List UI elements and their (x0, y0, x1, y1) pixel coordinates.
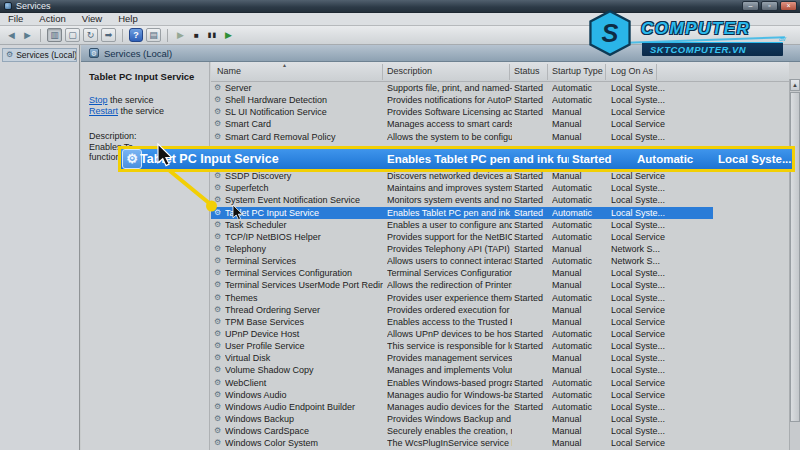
cell-description: Allows UPnP devices to be hosted ... (387, 328, 512, 340)
help-icon[interactable]: ? (129, 28, 143, 42)
table-row[interactable]: ⚙Terminal Services ConfigurationTerminal… (211, 267, 713, 279)
cell-description: Manages audio for Windows-base... (387, 389, 512, 401)
column-divider[interactable] (547, 64, 548, 80)
column-header-log-on-as[interactable]: Log On As (611, 66, 653, 76)
highlight-callout-row[interactable]: ⚙ Tablet PC Input Service Enables Tablet… (118, 146, 795, 172)
column-divider[interactable] (605, 64, 606, 80)
table-row[interactable]: ⚙WebClientEnables Windows-based programs… (211, 377, 713, 389)
cell-name: Volume Shadow Copy (225, 364, 383, 376)
service-gear-icon: ⚙ (214, 82, 221, 94)
restart-service-icon[interactable]: ▶ (222, 28, 235, 42)
cell-log-on-as: Network S... (611, 243, 711, 255)
column-header-status[interactable]: Status (514, 66, 540, 76)
cell-status: Started (514, 231, 550, 243)
cell-startup-type: Automatic (552, 377, 609, 389)
table-row[interactable]: ⚙Windows Color SystemThe WcsPlugInServic… (211, 437, 713, 449)
table-row[interactable]: ⚙TPM Base ServicesEnables access to the … (211, 316, 713, 328)
service-gear-icon: ⚙ (214, 340, 221, 352)
table-row[interactable]: ⚙Smart CardManages access to smart cards… (211, 118, 713, 130)
table-row[interactable]: ⚙Windows CardSpaceSecurely enables the c… (211, 425, 713, 437)
column-divider[interactable] (509, 64, 510, 80)
table-row[interactable]: ⚙Windows BackupProvides Windows Backup a… (211, 413, 713, 425)
table-row[interactable]: ⚙Terminal Services UserMode Port Redirec… (211, 279, 713, 291)
table-row[interactable]: ⚙Terminal ServicesAllows users to connec… (211, 255, 713, 267)
table-row[interactable]: ⚙UPnP Device HostAllows UPnP devices to … (211, 328, 713, 340)
service-gear-icon: ⚙ (214, 389, 221, 401)
menu-item-view[interactable]: View (74, 13, 110, 25)
cell-startup-type: Manual (552, 425, 609, 437)
column-header-description[interactable]: Description (387, 66, 432, 76)
cell-name: TCP/IP NetBIOS Helper (225, 231, 383, 243)
table-row[interactable]: ⚙Virtual DiskProvides management service… (211, 352, 713, 364)
table-row[interactable]: ⚙Shell Hardware DetectionProvides notifi… (211, 94, 713, 106)
show-console-tree-icon[interactable]: ▥ (47, 28, 62, 42)
cell-startup-type: Manual (552, 170, 609, 182)
callout-service-gear-icon: ⚙ (122, 149, 142, 169)
menu-item-action[interactable]: Action (31, 13, 73, 25)
cell-startup-type: Automatic (552, 94, 609, 106)
service-gear-icon: ⚙ (214, 413, 221, 425)
table-row-selected[interactable]: ⚙Tablet PC Input ServiceEnables Tablet P… (211, 207, 713, 219)
table-row[interactable]: ⚙User Profile ServiceThis service is res… (211, 340, 713, 352)
table-row[interactable]: ⚙SL UI Notification ServiceProvides Soft… (211, 106, 713, 118)
properties-icon[interactable]: ▢ (65, 28, 80, 42)
stop-service-link[interactable]: Stop (89, 95, 108, 105)
cell-status: Started (514, 170, 550, 182)
service-gear-icon: ⚙ (214, 292, 221, 304)
cell-status: Started (514, 243, 550, 255)
table-row[interactable]: ⚙System Event Notification ServiceMonito… (211, 194, 713, 206)
cell-log-on-as: Local Service (611, 304, 711, 316)
cell-log-on-as: Local Syste... (611, 364, 711, 376)
column-header-startup-type[interactable]: Startup Type (552, 66, 603, 76)
forward-icon[interactable]: ► (21, 28, 34, 42)
table-row[interactable]: ⚙SuperfetchMaintains and improves system… (211, 182, 713, 194)
cell-description: Allows the system to be configure... (387, 131, 512, 143)
cell-name: UPnP Device Host (225, 328, 383, 340)
table-row[interactable]: ⚙Volume Shadow CopyManages and implement… (211, 364, 713, 376)
service-gear-icon: ⚙ (214, 304, 221, 316)
column-divider[interactable] (656, 64, 657, 80)
menu-item-help[interactable]: Help (110, 13, 146, 25)
refresh-icon[interactable]: ↻ (83, 28, 98, 42)
cell-description: Provides Windows Backup and Res... (387, 413, 512, 425)
cell-status: Started (514, 340, 550, 352)
service-gear-icon: ⚙ (214, 182, 221, 194)
restart-service-link[interactable]: Restart (89, 106, 118, 116)
cell-description: Allows the redirection of Printers/... (387, 279, 512, 291)
table-row[interactable]: ⚙ServerSupports file, print, and named-p… (211, 82, 713, 94)
table-row[interactable]: ⚙Windows AudioManages audio for Windows-… (211, 389, 713, 401)
table-row[interactable]: ⚙Windows Audio Endpoint BuilderManages a… (211, 401, 713, 413)
tree-item-services-local[interactable]: ⚙ Services (Local) (2, 48, 77, 62)
table-row[interactable]: ⚙Smart Card Removal PolicyAllows the sys… (211, 131, 713, 143)
scroll-up-icon[interactable]: ▲ (790, 79, 800, 91)
vertical-scrollbar[interactable]: ▲ (789, 79, 800, 450)
table-row[interactable]: ⚙TCP/IP NetBIOS HelperProvides support f… (211, 231, 713, 243)
show-window-icon[interactable]: ▤ (146, 28, 161, 42)
start-service-icon[interactable]: ▶ (174, 28, 187, 42)
table-row[interactable]: ⚙ThemesProvides user experience theme m.… (211, 292, 713, 304)
table-row[interactable]: ⚙Thread Ordering ServerProvides ordered … (211, 304, 713, 316)
cell-log-on-as: Local Service (611, 437, 711, 449)
cell-description: Allows users to connect interactiv... (387, 255, 512, 267)
menu-item-file[interactable]: File (0, 13, 31, 25)
services-window: { "window": { "title": "Services", "cont… (0, 0, 800, 450)
table-row[interactable]: ⚙TelephonyProvides Telephony API (TAPI) … (211, 243, 713, 255)
scrollbar-thumb[interactable] (790, 92, 800, 422)
table-row[interactable]: ⚙Task SchedulerEnables a user to configu… (211, 219, 713, 231)
column-header-row: Name ▴ Description Status Startup Type L… (211, 62, 789, 82)
toolbar-separator (40, 29, 41, 42)
cell-log-on-as: Local Service (611, 118, 711, 130)
back-icon[interactable]: ◄ (5, 28, 18, 42)
cell-name: Windows CardSpace (225, 425, 383, 437)
table-row[interactable]: ⚙SSDP DiscoveryDiscovers networked devic… (211, 170, 713, 182)
cell-description: Provides support for the NetBIOS o... (387, 231, 512, 243)
export-list-icon[interactable]: ➡ (101, 28, 116, 42)
cell-startup-type: Manual (552, 267, 609, 279)
pause-service-icon[interactable]: ▮▮ (206, 28, 219, 42)
column-divider[interactable] (382, 64, 383, 80)
column-header-name[interactable]: Name (217, 66, 241, 76)
stop-service-icon[interactable]: ■ (190, 28, 203, 42)
cell-name: WebClient (225, 377, 383, 389)
cell-name: Themes (225, 292, 383, 304)
restart-service-line: Restart the service (89, 106, 164, 116)
